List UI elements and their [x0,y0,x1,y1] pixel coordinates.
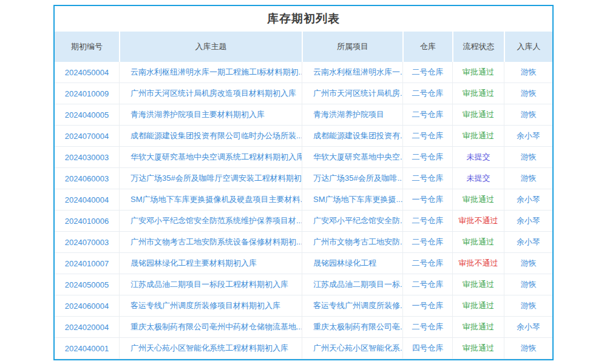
row-warehouse-text: 一号仓库 [402,295,452,316]
table-row[interactable]: 2024040004SM广场地下车库更换摄像机及硬盘项目主要材料...SM广场地… [55,189,552,211]
row-person-text: 游恢 [504,62,552,83]
row-project-text: 青海洪湖养护院项目 [302,104,402,125]
table-row[interactable]: 2024010007晟铭园林绿化工程主要材料期初入库晟铭园林绿化工程二号仓库审批… [55,253,552,274]
row-status-badge: 审批不通过 [452,253,504,274]
row-id-link[interactable]: 2024070004 [55,126,119,146]
row-warehouse-text: 二号仓库 [402,232,452,252]
row-warehouse-text: 二号仓库 [402,104,452,125]
row-subject-link[interactable]: 万达广场35#会所及咖啡厅空调安装工程材料期初... [119,168,302,189]
table-row[interactable]: 2024010009广州市天河区统计局机房改造项目材料期初入库广州市天河区统计局… [55,83,552,104]
column-header: 所属项目 [302,32,402,62]
row-person-text: 余小琴 [504,211,552,231]
row-project-text: 重庆太极制药有限公司亳... [302,317,402,337]
table-header-row: 期初编号入库主题所属项目仓库流程状态入库人 [55,32,552,62]
row-project-text: 华软大厦研究基地中央空... [302,147,402,167]
row-id-link[interactable]: 2024040004 [55,189,119,210]
page-title: 库存期初列表 [55,6,552,32]
row-subject-link[interactable]: 晟铭园林绿化工程主要材料期初入库 [119,253,302,274]
row-warehouse-text: 二号仓库 [402,274,452,295]
table-row[interactable]: 2024030003华软大厦研究基地中央空调系统工程材料期初入库华软大厦研究基地… [55,147,552,168]
row-id-link[interactable]: 2024070003 [55,232,119,252]
row-person-text: 游恢 [504,83,552,104]
row-project-text: 广州市天河区统计局机房... [302,83,402,104]
row-id-link[interactable]: 2024060004 [55,295,119,316]
column-header: 仓库 [402,32,452,62]
row-subject-link[interactable]: 成都能源建设集团投资有限公司临时办公场所装... [119,126,302,146]
row-status-badge: 审批通过 [452,189,504,210]
row-project-text: 客运专线广州调度所装修... [302,295,402,316]
row-subject-link[interactable]: 云南水利枢纽潜明水库一期工程施工I标材料期初... [119,62,302,83]
row-status-badge: 审批通过 [452,126,504,146]
row-subject-link[interactable]: 华软大厦研究基地中央空调系统工程材料期初入库 [119,147,302,167]
column-header: 入库人 [504,32,552,62]
row-project-text: 广州天心苑小区智能化系... [302,338,402,359]
row-status-badge: 审批通过 [452,62,504,83]
table-row[interactable]: 2024050005江苏成品油二期项目一标段工程材料期初入库江苏成品油二期项目一… [55,274,552,295]
row-status-badge: 审批通过 [452,317,504,337]
row-project-text: 成都能源建设集团投资有... [302,126,402,146]
row-subject-link[interactable]: SM广场地下车库更换摄像机及硬盘项目主要材料... [119,189,302,210]
row-subject-link[interactable]: 广州天心苑小区智能化系统工程材料期初入库 [119,338,302,359]
row-id-link[interactable]: 2024040001 [55,338,119,359]
table-row[interactable]: 2024060004客运专线广州调度所装修项目材料期初入库客运专线广州调度所装修… [55,295,552,317]
table-row[interactable]: 2024010006广安邓小平纪念馆安全防范系统维护保养项目材...广安邓小平纪… [55,211,552,232]
column-header: 入库主题 [119,32,302,62]
row-warehouse-text: 四号仓库 [402,338,452,359]
row-subject-link[interactable]: 江苏成品油二期项目一标段工程材料期初入库 [119,274,302,295]
row-id-link[interactable]: 2024050004 [55,62,119,83]
row-id-link[interactable]: 2024010007 [55,253,119,274]
table-row[interactable]: 2024070004成都能源建设集团投资有限公司临时办公场所装...成都能源建设… [55,126,552,147]
table-row[interactable]: 2024060003万达广场35#会所及咖啡厅空调安装工程材料期初...万达广场… [55,168,552,189]
row-subject-link[interactable]: 客运专线广州调度所装修项目材料期初入库 [119,295,302,316]
row-person-text: 余小琴 [504,317,552,337]
column-header: 流程状态 [452,32,504,62]
row-status-badge: 审批通过 [452,274,504,295]
table-row[interactable]: 2024020004重庆太极制药有限公司亳州中药材仓储物流基地...重庆太极制药… [55,317,552,338]
row-subject-link[interactable]: 重庆太极制药有限公司亳州中药材仓储物流基地... [119,317,302,337]
table-row[interactable]: 2024040001广州天心苑小区智能化系统工程材料期初入库广州天心苑小区智能化… [55,338,552,359]
row-warehouse-text: 二号仓库 [402,147,452,167]
row-project-text: 晟铭园林绿化工程 [302,253,402,274]
row-person-text: 余小琴 [504,232,552,252]
table-row[interactable]: 2024050004云南水利枢纽潜明水库一期工程施工I标材料期初...云南水利枢… [55,62,552,83]
row-project-text: SM广场地下车库更换摄... [302,189,402,210]
row-status-badge: 审批通过 [452,232,504,252]
row-warehouse-text: 二号仓库 [402,62,452,83]
table-row[interactable]: 2024040005青海洪湖养护院项目主要材料期初入库青海洪湖养护院项目二号仓库… [55,104,552,126]
row-id-link[interactable]: 2024020004 [55,317,119,337]
row-warehouse-text: 二号仓库 [402,211,452,231]
column-header: 期初编号 [55,32,119,62]
row-warehouse-text: 二号仓库 [402,126,452,146]
inventory-list-panel: 库存期初列表 期初编号入库主题所属项目仓库流程状态入库人 2024050004云… [53,5,554,360]
row-id-link[interactable]: 2024010006 [55,211,119,231]
table-row[interactable]: 2024070003广州市文物考古工地安防系统设备保修材料期初...广州市文物考… [55,232,552,253]
row-subject-link[interactable]: 广州市天河区统计局机房改造项目材料期初入库 [119,83,302,104]
row-warehouse-text: 一号仓库 [402,189,452,210]
row-warehouse-text: 二号仓库 [402,253,452,274]
row-status-badge: 审批通过 [452,295,504,316]
row-id-link[interactable]: 2024060003 [55,168,119,189]
row-id-link[interactable]: 2024040005 [55,104,119,125]
row-subject-link[interactable]: 青海洪湖养护院项目主要材料期初入库 [119,104,302,125]
row-subject-link[interactable]: 广安邓小平纪念馆安全防范系统维护保养项目材... [119,211,302,231]
row-person-text: 游恢 [504,295,552,316]
row-id-link[interactable]: 2024050005 [55,274,119,295]
row-status-badge: 审批通过 [452,104,504,125]
row-person-text: 余小琴 [504,126,552,146]
row-status-badge: 审批通过 [452,83,504,104]
row-warehouse-text: 二号仓库 [402,83,452,104]
row-person-text: 余小琴 [504,189,552,210]
row-project-text: 广州市文物考古工地安防... [302,232,402,252]
row-status-badge: 未提交 [452,168,504,189]
row-subject-link[interactable]: 广州市文物考古工地安防系统设备保修材料期初... [119,232,302,252]
row-warehouse-text: 二号仓库 [402,168,452,189]
row-project-text: 万达广场35#会所及咖啡... [302,168,402,189]
row-person-text: 游恢 [504,147,552,167]
row-id-link[interactable]: 2024010009 [55,83,119,104]
row-id-link[interactable]: 2024030003 [55,147,119,167]
row-project-text: 广安邓小平纪念馆安全防... [302,211,402,231]
row-status-badge: 审批通过 [452,338,504,359]
row-warehouse-text: 二号仓库 [402,317,452,337]
row-person-text: 游恢 [504,274,552,295]
row-person-text: 游恢 [504,253,552,274]
